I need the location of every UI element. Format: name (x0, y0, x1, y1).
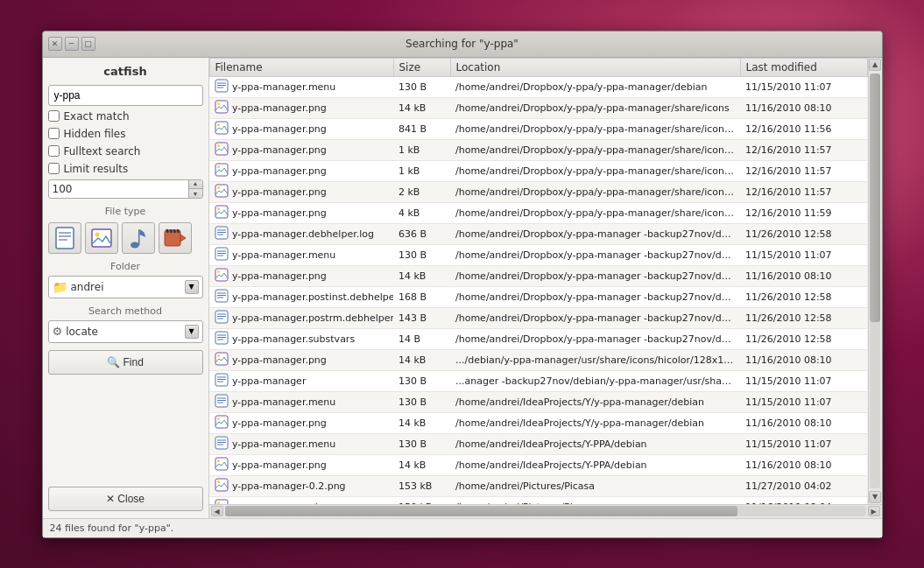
cell-size: 153 kB (393, 475, 450, 496)
table-row[interactable]: y-ppa-manager 130 B ...anager -backup27n… (209, 370, 867, 391)
status-bar: 24 files found for "y-ppa". (43, 518, 882, 537)
minimize-window-button[interactable]: ─ (65, 37, 79, 51)
cell-size: 14 kB (393, 349, 450, 370)
vscroll-up-button[interactable]: ▲ (869, 59, 881, 71)
svg-point-21 (217, 123, 220, 126)
vscroll-down-button[interactable]: ▼ (869, 491, 881, 503)
table-row[interactable]: y-ppa-manager.menu 130 B /home/andrei/Dr… (209, 244, 867, 265)
hscroll-left-button[interactable]: ◀ (211, 506, 223, 516)
cell-size: 1 kB (393, 160, 450, 181)
table-row[interactable]: y-ppa-manager.menu 130 B /home/andrei/Id… (209, 391, 867, 412)
table-row[interactable]: y-ppa-manager.postrm.debhelper 143 B /ho… (209, 307, 867, 328)
vscroll-thumb[interactable] (870, 74, 880, 322)
cell-location: /home/andrei/Dropbox/y-ppa/y-ppa-manager… (450, 118, 740, 139)
cell-filename: y-ppa-manager.postinst.debhelper (209, 286, 393, 307)
image-file-icon (215, 352, 229, 368)
hidden-files-checkbox[interactable] (48, 128, 60, 139)
cell-location: /home/andrei/Dropbox/y-ppa/y-ppa-manager… (450, 181, 740, 202)
svg-point-39 (217, 270, 220, 273)
search-input[interactable] (48, 85, 203, 106)
cell-filename: y-ppa-manager.png (209, 202, 393, 223)
method-selector[interactable]: ⚙ locate ▼ (48, 320, 203, 343)
results-table-wrapper[interactable]: Filename Size Location Last modified y-p… (209, 58, 868, 504)
col-header-location[interactable]: Location (450, 58, 740, 76)
hscroll-track[interactable] (225, 506, 866, 516)
table-row[interactable]: y-ppa-manager.png 14 kB /home/andrei/Ide… (209, 412, 867, 433)
col-header-modified[interactable]: Last modified (740, 58, 867, 76)
cell-modified: 11/16/2010 08:10 (740, 412, 867, 433)
col-header-filename[interactable]: Filename (209, 58, 393, 76)
table-row[interactable]: y-ppa-manager.png 4 kB /home/andrei/Drop… (209, 202, 867, 223)
folder-selector[interactable]: 📁 andrei ▼ (48, 276, 203, 298)
hidden-files-row: Hidden files (48, 127, 203, 141)
doc-file-icon (215, 373, 229, 389)
cell-location: /home/andrei/Dropbox/y-ppa-manager -back… (450, 265, 740, 286)
file-type-video-button[interactable] (159, 222, 192, 254)
folder-dropdown-button[interactable]: ▼ (185, 280, 199, 294)
cell-modified: 11/26/2010 12:58 (740, 307, 867, 328)
cell-size: 14 kB (393, 265, 450, 286)
cell-size: 130 B (393, 370, 450, 391)
table-row[interactable]: y-ppa-manager.png 14 kB /home/andrei/Dro… (209, 265, 867, 286)
cell-modified: 12/16/2010 11:57 (740, 139, 867, 160)
limit-spin-down[interactable]: ▼ (189, 189, 202, 199)
cell-modified: 11/26/2010 12:58 (740, 328, 867, 349)
doc-file-icon (215, 310, 229, 326)
filename-text: y-ppa-manager.png (232, 354, 327, 366)
limit-value: 100 (49, 183, 188, 195)
folder-section-label: Folder (48, 261, 203, 272)
file-type-audio-button[interactable] (122, 222, 155, 254)
table-row[interactable]: y-ppa-manager.png 841 B /home/andrei/Dro… (209, 118, 867, 139)
file-type-text-button[interactable] (48, 222, 81, 254)
doc-file-icon (215, 226, 229, 242)
cell-size: 2 kB (393, 181, 450, 202)
cell-location: /home/andrei/Dropbox/y-ppa-manager -back… (450, 223, 740, 244)
table-row[interactable]: y-ppa-manager.substvars 14 B /home/andre… (209, 328, 867, 349)
hscroll-thumb[interactable] (225, 506, 738, 516)
table-row[interactable]: y-ppa-manager-0.2.png 153 kB /home/andre… (209, 475, 867, 496)
image-file-icon (215, 478, 229, 494)
close-window-button[interactable]: ✕ (48, 37, 62, 51)
table-row[interactable]: y-ppa-manager.menu 130 B /home/andrei/Id… (209, 433, 867, 454)
filename-text: y-ppa-manager.png (232, 165, 327, 177)
method-dropdown-button[interactable]: ▼ (185, 325, 199, 339)
filename-text: y-ppa-manager.png (232, 123, 327, 135)
exact-match-label: Exact match (64, 110, 130, 123)
filename-text: y-ppa-manager.png (232, 102, 327, 114)
cell-modified: 11/15/2010 11:07 (740, 433, 867, 454)
limit-spin-up[interactable]: ▲ (189, 179, 202, 190)
fulltext-search-checkbox[interactable] (48, 145, 60, 157)
table-row[interactable]: y-ppa-manager.debhelper.log 636 B /home/… (209, 223, 867, 244)
limit-results-checkbox[interactable] (48, 163, 60, 174)
exact-match-checkbox[interactable] (48, 110, 60, 122)
shade-window-button[interactable]: □ (81, 37, 95, 51)
vertical-scrollbar[interactable]: ▲ ▼ (868, 58, 882, 504)
table-row[interactable]: y-ppa-manager.png 14 kB /home/andrei/Ide… (209, 454, 867, 475)
cell-modified: 12/16/2010 11:59 (740, 202, 867, 223)
vscroll-track[interactable] (870, 74, 880, 488)
cell-filename: y-ppa-manager.substvars (209, 328, 393, 349)
file-type-image-button[interactable] (85, 222, 118, 254)
svg-point-6 (130, 242, 139, 248)
cell-modified: 11/16/2010 08:10 (740, 265, 867, 286)
hscroll-right-button[interactable]: ▶ (868, 506, 880, 516)
table-row[interactable]: y-ppa-manager.png 1 kB /home/andrei/Drop… (209, 160, 867, 181)
table-row[interactable]: y-ppa-manager.png 2 kB /home/andrei/Drop… (209, 181, 867, 202)
table-row[interactable]: y-ppa-manager.postinst.debhelper 168 B /… (209, 286, 867, 307)
col-header-size[interactable]: Size (393, 58, 450, 76)
filename-text: y-ppa-manager.png (232, 270, 327, 282)
find-button[interactable]: 🔍 Find (48, 350, 203, 375)
table-row[interactable]: y-ppa-manager.png 14 kB .../debian/y-ppa… (209, 349, 867, 370)
cell-size: 14 kB (393, 412, 450, 433)
table-row[interactable]: y-ppa-manager.menu 130 B /home/andrei/Dr… (209, 76, 867, 97)
limit-results-label: Limit results (64, 163, 129, 175)
cell-filename: y-ppa-manager.png (209, 181, 393, 202)
table-row[interactable]: y-ppa-manager.png 14 kB /home/andrei/Dro… (209, 97, 867, 118)
cell-modified: 11/15/2010 11:07 (740, 244, 867, 265)
horizontal-scrollbar[interactable]: ◀ ▶ (209, 504, 882, 518)
cell-modified: 12/16/2010 11:57 (740, 160, 867, 181)
close-button[interactable]: ✕ Close (48, 487, 203, 511)
cell-location: /home/andrei/Dropbox/y-ppa/y-ppa-manager… (450, 202, 740, 223)
table-row[interactable]: y-ppa-manager.png 1 kB /home/andrei/Drop… (209, 139, 867, 160)
table-row[interactable]: y-ppa-manager-ui.png 150 kB /home/andrei… (209, 496, 867, 504)
